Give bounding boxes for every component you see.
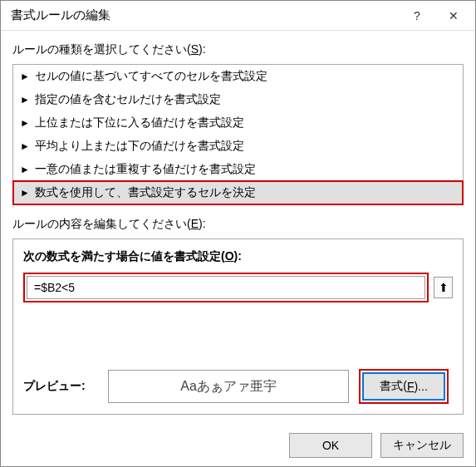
collapse-dialog-button[interactable]: ⬆ — [434, 277, 453, 298]
rule-type-text: 一意の値または重複する値だけを書式設定 — [35, 162, 256, 177]
help-button[interactable]: ? — [399, 3, 435, 28]
rule-type-text: 指定の値を含むセルだけを書式設定 — [35, 92, 221, 107]
ok-button[interactable]: OK — [289, 433, 372, 458]
preview-box: Aaあぁアァ亜宇 — [108, 370, 349, 403]
arrow-icon: ► — [20, 94, 30, 106]
arrow-icon: ► — [20, 117, 30, 129]
formula-input[interactable] — [27, 276, 425, 299]
rule-type-item[interactable]: ► 指定の値を含むセルだけを書式設定 — [13, 88, 463, 111]
formula-input-highlight — [23, 273, 429, 302]
reference-icon: ⬆ — [439, 281, 449, 294]
rule-type-text: セルの値に基づいてすべてのセルを書式設定 — [35, 69, 267, 84]
titlebar: 書式ルールの編集 ? ✕ — [1, 1, 475, 31]
rule-type-item[interactable]: ► 上位または下位に入る値だけを書式設定 — [13, 111, 463, 135]
rule-type-item[interactable]: ► セルの値に基づいてすべてのセルを書式設定 — [13, 65, 463, 88]
edit-formatting-rule-dialog: 書式ルールの編集 ? ✕ ルールの種類を選択してください(S): ► セルの値に… — [0, 0, 476, 467]
rule-type-text: 平均より上または下の値だけを書式設定 — [35, 139, 244, 154]
rule-type-list[interactable]: ► セルの値に基づいてすべてのセルを書式設定 ► 指定の値を含むセルだけを書式設… — [12, 64, 464, 205]
formula-row: ⬆ — [23, 273, 453, 302]
cancel-button[interactable]: キャンセル — [380, 433, 464, 458]
rule-type-text: 上位または下位に入る値だけを書式設定 — [35, 116, 244, 130]
dialog-content: ルールの種類を選択してください(S): ► セルの値に基づいてすべてのセルを書式… — [1, 31, 475, 425]
rule-type-item[interactable]: ► 平均より上または下の値だけを書式設定 — [13, 135, 463, 158]
rule-type-item[interactable]: ► 一意の値または重複する値だけを書式設定 — [13, 158, 463, 181]
formula-condition-label: 次の数式を満たす場合に値を書式設定(O): — [23, 249, 453, 264]
format-button-highlight: 書式(F)... — [359, 369, 449, 404]
preview-label: プレビュー: — [23, 379, 98, 394]
rule-content-label: ルールの内容を編集してください(E): — [12, 217, 464, 232]
arrow-icon: ► — [20, 71, 30, 82]
rule-type-text: 数式を使用して、書式設定するセルを決定 — [35, 185, 256, 200]
rule-type-item-selected[interactable]: ► 数式を使用して、書式設定するセルを決定 — [13, 181, 463, 204]
rule-content-section: 次の数式を満たす場合に値を書式設定(O): ⬆ プレビュー: Aaあぁアァ亜宇 … — [12, 238, 464, 415]
preview-row: プレビュー: Aaあぁアァ亜宇 書式(F)... — [23, 369, 453, 404]
format-button[interactable]: 書式(F)... — [362, 372, 445, 401]
arrow-icon: ► — [20, 164, 30, 175]
dialog-footer: OK キャンセル — [1, 425, 475, 466]
arrow-icon: ► — [20, 187, 30, 199]
close-button[interactable]: ✕ — [435, 3, 472, 28]
rule-type-label: ルールの種類を選択してください(S): — [12, 42, 464, 57]
dialog-title: 書式ルールの編集 — [11, 7, 399, 23]
arrow-icon: ► — [20, 140, 30, 152]
